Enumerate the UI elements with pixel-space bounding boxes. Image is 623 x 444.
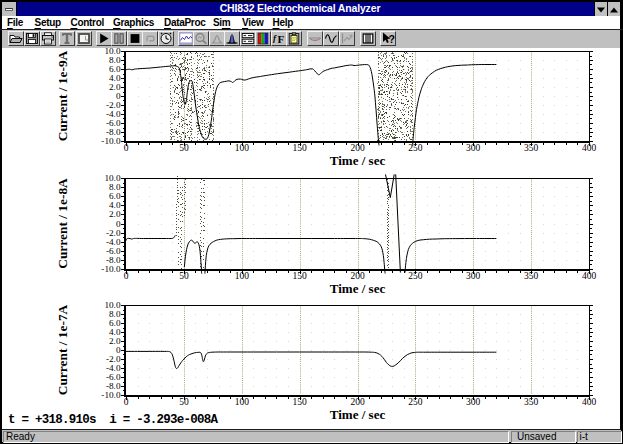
svg-text:F: F <box>277 33 284 45</box>
svg-text:150: 150 <box>292 397 307 407</box>
svg-text:-10.0: -10.0 <box>101 390 121 400</box>
svg-text:400: 400 <box>582 143 597 153</box>
svg-text:150: 150 <box>292 271 307 281</box>
svg-text:200: 200 <box>350 271 365 281</box>
svg-text:Current / 1e-9A: Current / 1e-9A <box>55 50 70 141</box>
svg-text:Time / sec: Time / sec <box>330 281 386 296</box>
svg-text:100: 100 <box>235 397 250 407</box>
svg-text:Current / 1e-8A: Current / 1e-8A <box>55 178 70 269</box>
svg-text:0: 0 <box>124 271 129 281</box>
svg-text:-10.0: -10.0 <box>101 264 121 274</box>
svg-text:400: 400 <box>582 271 597 281</box>
svg-text:250: 250 <box>408 397 423 407</box>
svg-text:250: 250 <box>408 143 423 153</box>
svg-text:f: f <box>273 33 277 43</box>
svg-text:300: 300 <box>466 271 481 281</box>
svg-text:50: 50 <box>179 271 189 281</box>
svg-text:100: 100 <box>235 271 250 281</box>
svg-text:100: 100 <box>235 143 250 153</box>
svg-text:Time / sec: Time / sec <box>330 407 386 422</box>
svg-text:350: 350 <box>524 143 539 153</box>
svg-text:350: 350 <box>524 271 539 281</box>
svg-text:-10.0: -10.0 <box>101 136 121 146</box>
svg-text:400: 400 <box>582 397 597 407</box>
svg-text:350: 350 <box>524 397 539 407</box>
svg-text:200: 200 <box>350 143 365 153</box>
svg-text:50: 50 <box>179 143 189 153</box>
svg-text:?: ? <box>388 33 394 45</box>
svg-text:300: 300 <box>466 397 481 407</box>
svg-text:50: 50 <box>179 397 189 407</box>
svg-text:0: 0 <box>124 143 129 153</box>
svg-text:Current / 1e-7A: Current / 1e-7A <box>55 304 70 395</box>
svg-text:250: 250 <box>408 271 423 281</box>
svg-text:150: 150 <box>292 143 307 153</box>
svg-text:0: 0 <box>124 397 129 407</box>
svg-text:Time / sec: Time / sec <box>330 153 386 168</box>
svg-text:200: 200 <box>350 397 365 407</box>
svg-text:300: 300 <box>466 143 481 153</box>
